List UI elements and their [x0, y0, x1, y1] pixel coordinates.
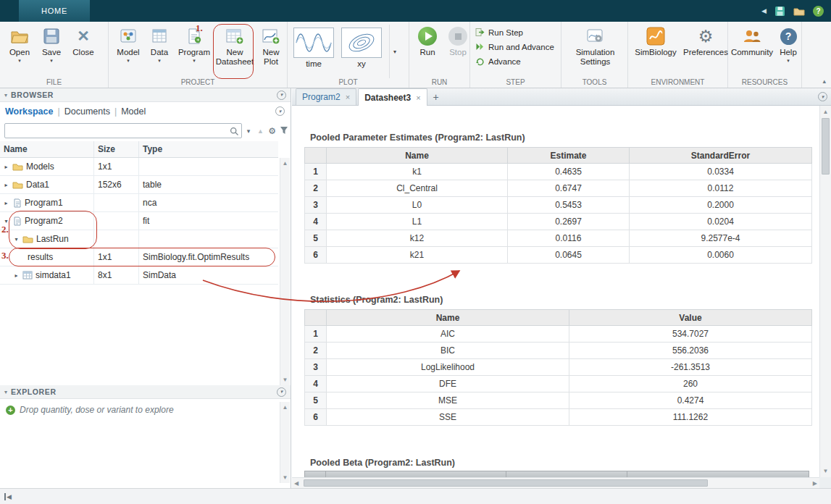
- browser-actions-icon[interactable]: ▾: [277, 91, 286, 100]
- cell[interactable]: -261.3513: [569, 359, 812, 376]
- table-row[interactable]: 1k10.46350.0334: [305, 164, 812, 180]
- cell[interactable]: AIC: [327, 326, 569, 343]
- xy-plot-button[interactable]: xy: [341, 25, 382, 68]
- scroll-down-icon[interactable]: ▼: [280, 474, 290, 481]
- column-header-type[interactable]: Type: [139, 141, 278, 157]
- cell-size[interactable]: [94, 194, 139, 211]
- run-step-button[interactable]: Run Step: [475, 28, 561, 37]
- nav-model[interactable]: Model: [121, 106, 146, 117]
- explorer-scrollbar[interactable]: ▲ ▼: [280, 402, 290, 483]
- cell[interactable]: 0.0116: [508, 230, 630, 247]
- search-options-dropdown-icon[interactable]: ▾: [243, 127, 254, 135]
- advance-button[interactable]: Advance: [475, 56, 561, 66]
- table-row[interactable]: 3L00.54530.2000: [305, 197, 812, 214]
- nav-actions-icon[interactable]: ▾: [275, 106, 285, 116]
- cell[interactable]: DFE: [327, 376, 569, 392]
- cell-size[interactable]: 1x1: [94, 248, 139, 266]
- cell[interactable]: 260: [569, 376, 812, 392]
- tree-row-data1[interactable]: ▸ Data1 152x6 table: [0, 176, 278, 194]
- workspace-gear-icon[interactable]: ⚙: [267, 126, 277, 136]
- expand-caret-icon[interactable]: ▸: [13, 272, 20, 279]
- quick-open-folder-icon[interactable]: [793, 7, 805, 16]
- tab-datasheet3[interactable]: Datasheet3 ×: [358, 88, 427, 106]
- table-row[interactable]: 5k120.01169.2577e-4: [305, 230, 812, 247]
- cell-size[interactable]: [94, 230, 139, 248]
- close-button[interactable]: ✕ Close: [67, 25, 100, 57]
- cell[interactable]: LogLikelihood: [327, 359, 569, 376]
- table-row[interactable]: 3LogLikelihood-261.3513: [305, 359, 812, 376]
- preferences-button[interactable]: ⚙ Preferences: [682, 25, 730, 57]
- cell[interactable]: 0.4635: [508, 164, 630, 180]
- table-row[interactable]: 5MSE0.4274: [305, 392, 812, 409]
- cell[interactable]: 111.1262: [569, 409, 812, 426]
- scroll-down-icon[interactable]: ▼: [820, 468, 831, 474]
- cell-size[interactable]: 1x1: [94, 158, 139, 175]
- column-header-size[interactable]: Size: [94, 141, 139, 157]
- col-value[interactable]: Value: [569, 310, 812, 326]
- run-button[interactable]: Run: [414, 25, 441, 57]
- cell[interactable]: 0.2000: [630, 197, 812, 214]
- cell[interactable]: L1: [327, 214, 508, 230]
- horizontal-scrollbar[interactable]: ◀ ▶: [292, 477, 819, 488]
- cell[interactable]: Cl_Central: [327, 180, 508, 197]
- quick-help-icon[interactable]: ?: [813, 6, 824, 17]
- nav-workspace[interactable]: Workspace: [5, 106, 53, 117]
- table-row[interactable]: 2Cl_Central0.67470.0112: [305, 180, 812, 197]
- new-tab-button[interactable]: +: [429, 88, 443, 105]
- scroll-up-icon[interactable]: ▲: [820, 109, 831, 115]
- collapse-caret-icon[interactable]: ▾: [13, 236, 20, 243]
- help-button[interactable]: ? Help ▾: [774, 25, 802, 64]
- expand-caret-icon[interactable]: ▸: [3, 200, 9, 206]
- tab-program2[interactable]: Program2 ×: [296, 88, 356, 105]
- search-box[interactable]: [4, 123, 242, 138]
- cell[interactable]: k1: [327, 164, 508, 180]
- cell[interactable]: L0: [327, 197, 508, 214]
- cell-type[interactable]: SimData: [139, 266, 278, 284]
- browser-scrollbar[interactable]: ▲ ▼: [280, 158, 290, 385]
- cell[interactable]: 534.7027: [569, 326, 812, 343]
- nav-documents[interactable]: Documents: [64, 106, 110, 117]
- new-datasheet-button[interactable]: New Datasheet: [214, 25, 255, 67]
- cell[interactable]: 9.2577e-4: [630, 230, 812, 247]
- cell[interactable]: 0.5453: [508, 197, 630, 214]
- tabbar-actions-icon[interactable]: ▾: [818, 92, 827, 101]
- tab-home[interactable]: HOME: [19, 0, 90, 22]
- tree-row-simdata1[interactable]: ▸ simdata1 8x1 SimData: [0, 266, 278, 285]
- table-row[interactable]: 4DFE260: [305, 376, 812, 392]
- cell[interactable]: BIC: [327, 343, 569, 359]
- search-input[interactable]: [5, 124, 241, 138]
- cell[interactable]: SSE: [327, 409, 569, 426]
- column-header-name[interactable]: Name: [0, 141, 94, 157]
- table-row[interactable]: 6k210.06450.0060: [305, 247, 812, 264]
- cell-size[interactable]: [94, 212, 139, 230]
- explorer-actions-icon[interactable]: ▾: [277, 387, 286, 397]
- collapse-panel-icon[interactable]: ◀: [4, 493, 12, 500]
- scroll-up-icon[interactable]: ▲: [280, 404, 290, 411]
- cell-type[interactable]: [139, 158, 278, 175]
- filter-icon[interactable]: [279, 126, 289, 136]
- col-name[interactable]: Name: [327, 148, 508, 164]
- cell[interactable]: 0.4274: [569, 392, 812, 409]
- cell[interactable]: MSE: [327, 392, 569, 409]
- table-row[interactable]: 1AIC534.7027: [305, 326, 812, 343]
- time-plot-button[interactable]: time: [293, 25, 334, 68]
- tree-row-results[interactable]: results 1x1 SimBiology.fit.OptimResults: [0, 248, 278, 266]
- explorer-panel-header[interactable]: ▾ EXPLORER ▾: [0, 385, 291, 399]
- cell-type[interactable]: SimBiology.fit.OptimResults: [139, 248, 278, 266]
- vertical-scroll-thumb[interactable]: [822, 118, 830, 175]
- open-button[interactable]: Open ▾: [3, 25, 36, 64]
- stop-button[interactable]: Stop: [444, 25, 472, 57]
- vertical-scrollbar[interactable]: ▲ ▼: [819, 106, 831, 477]
- new-plot-button[interactable]: New Plot: [255, 25, 287, 67]
- cell-size[interactable]: 152x6: [94, 176, 139, 193]
- run-and-advance-button[interactable]: Run and Advance: [475, 42, 561, 51]
- horizontal-scroll-thumb[interactable]: [304, 479, 708, 487]
- cell-type[interactable]: table: [139, 176, 278, 193]
- cell[interactable]: 0.2697: [508, 214, 630, 230]
- quick-save-icon[interactable]: [774, 6, 785, 17]
- scroll-left-icon[interactable]: ◀: [294, 480, 298, 487]
- col-standarderror[interactable]: StandardError: [630, 148, 812, 164]
- col-estimate[interactable]: Estimate: [508, 148, 630, 164]
- simulation-settings-button[interactable]: Simulation Settings: [565, 25, 626, 67]
- cell[interactable]: 556.2036: [569, 343, 812, 359]
